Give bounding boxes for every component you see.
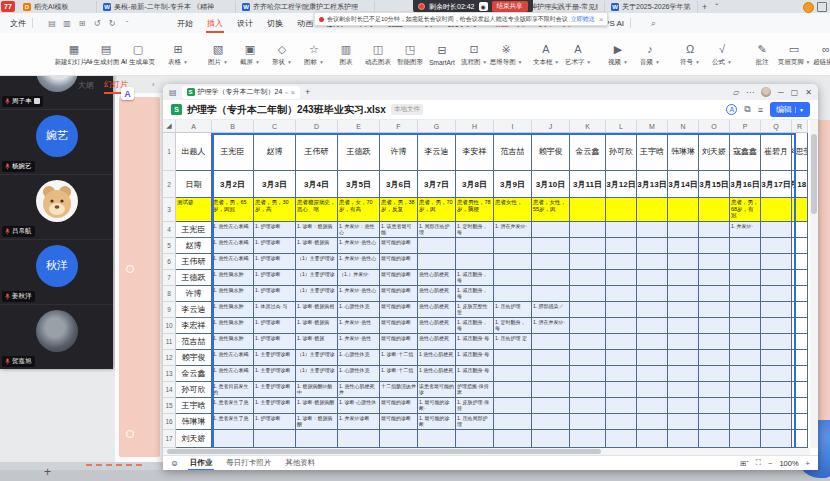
- cell-K12[interactable]: [570, 350, 606, 366]
- cell-C8[interactable]: 1. 护理诊断: [254, 286, 296, 302]
- cell-Q11[interactable]: [761, 334, 792, 350]
- participant-tile[interactable]: 秋洋姜秋洋: [0, 239, 113, 304]
- cell-P3[interactable]: 患者，男，68岁，有冠: [730, 198, 761, 222]
- cell-M2[interactable]: 3月13日: [637, 171, 668, 198]
- cell-G14[interactable]: 该患者最可能的诊: [418, 382, 456, 398]
- more-options-icon[interactable]: ⋯: [746, 88, 754, 97]
- new-tab-button[interactable]: +: [698, 1, 711, 13]
- cell-G15[interactable]: 1. 最可能的诊断·: [418, 398, 456, 414]
- v-scroll-thumb[interactable]: [811, 134, 817, 214]
- cell-L10[interactable]: [606, 318, 637, 334]
- row-header-5[interactable]: 5: [163, 238, 176, 254]
- menu-item[interactable]: 设计: [230, 15, 260, 32]
- cell-F13[interactable]: 1. 诊断·十二指: [380, 366, 418, 382]
- row-header-15[interactable]: 15: [163, 398, 176, 414]
- edit-dropdown-icon[interactable]: ▼: [795, 107, 804, 113]
- cell-R8[interactable]: [792, 286, 808, 302]
- cell-A4[interactable]: 王宪臣: [176, 222, 212, 238]
- cell-I14[interactable]: [494, 382, 532, 398]
- cell-N9[interactable]: [668, 302, 699, 318]
- open-external-icon[interactable]: ⧉: [744, 104, 750, 115]
- cell-B12[interactable]: 1. 急性左心衰竭: [212, 350, 254, 366]
- cell-F10[interactable]: 最可能的诊断: [380, 318, 418, 334]
- cell-E17[interactable]: [338, 430, 380, 448]
- cell-N7[interactable]: [668, 270, 699, 286]
- cell-D2[interactable]: 3月4日: [296, 171, 338, 198]
- participant-tile[interactable]: 贺嘉旭: [0, 304, 113, 369]
- cell-N4[interactable]: [668, 222, 699, 238]
- cell-Q9[interactable]: [761, 302, 792, 318]
- cell-B16[interactable]: 1. 患者发生了急: [212, 414, 254, 430]
- cell-A8[interactable]: 许博: [176, 286, 212, 302]
- cell-P17[interactable]: [730, 430, 761, 448]
- cell-L12[interactable]: [606, 350, 637, 366]
- ribbon-button-AI 生成封面[interactable]: ▤AI 生成封面 ▼: [93, 42, 119, 67]
- cell-F5[interactable]: 最可能的诊断: [380, 238, 418, 254]
- cell-N16[interactable]: [668, 414, 699, 430]
- cell-C6[interactable]: 1. 护理诊断: [254, 254, 296, 270]
- cell-J13[interactable]: [532, 366, 570, 382]
- cell-C13[interactable]: 1. 主要护理诊断: [254, 366, 296, 382]
- cell-E9[interactable]: 1. 心源性休克: [338, 302, 380, 318]
- zoom-out-icon[interactable]: −: [768, 459, 772, 468]
- cell-E2[interactable]: 3月5日: [338, 171, 380, 198]
- cell-A3[interactable]: 测试题: [176, 198, 212, 222]
- cell-C16[interactable]: 1. 护理诊断: [254, 414, 296, 430]
- cell-H10[interactable]: 1. 减压翻身，每: [456, 318, 494, 334]
- cell-A7[interactable]: 王德跃: [176, 270, 212, 286]
- ribbon-button-新建幻灯片[interactable]: ▦新建幻灯片 ▼: [61, 42, 87, 67]
- cell-M16[interactable]: [637, 414, 668, 430]
- cell-C15[interactable]: 1. 主要护理诊断: [254, 398, 296, 414]
- cell-P14[interactable]: [730, 382, 761, 398]
- ribbon-button-AI 生成单页[interactable]: ▢AI 生成单页: [125, 42, 151, 67]
- cell-P10[interactable]: [730, 318, 761, 334]
- cell-Q3[interactable]: [761, 198, 792, 222]
- cell-C5[interactable]: 1. 护理诊断: [254, 238, 296, 254]
- cell-N6[interactable]: [668, 254, 699, 270]
- row-header-7[interactable]: 7: [163, 270, 176, 286]
- grid-view-icon[interactable]: ⊞ˇ: [740, 459, 749, 468]
- cell-F16[interactable]: 最可能的诊断: [380, 414, 418, 430]
- cell-E14[interactable]: 1. 急性心肌梗死并: [338, 382, 380, 398]
- cell-I1[interactable]: 范吉喆: [494, 133, 532, 171]
- cell-B2[interactable]: 3月2日: [212, 171, 254, 198]
- cell-B10[interactable]: 1. 急性脑水肿: [212, 318, 254, 334]
- cell-P2[interactable]: 3月16日: [730, 171, 761, 198]
- cell-P9[interactable]: [730, 302, 761, 318]
- cell-L2[interactable]: 3月12日: [606, 171, 637, 198]
- cell-J16[interactable]: [532, 414, 570, 430]
- cell-A15[interactable]: 王宇晗: [176, 398, 212, 414]
- cell-A1[interactable]: 出题人: [176, 133, 212, 171]
- ribbon-button-形状[interactable]: ◇形状 ▼: [269, 42, 295, 67]
- cell-A5[interactable]: 赵博: [176, 238, 212, 254]
- cell-E6[interactable]: 1. 并发症·急性心: [338, 254, 380, 270]
- cell-D8[interactable]: （1）主要护理诊: [296, 286, 338, 302]
- cell-Q10[interactable]: [761, 318, 792, 334]
- cell-F8[interactable]: 最可能的诊断: [380, 286, 418, 302]
- ribbon-button-智能图形[interactable]: ◳智能图形: [397, 42, 423, 67]
- cell-O1[interactable]: 刘天娇: [699, 133, 730, 171]
- cell-K15[interactable]: [570, 398, 606, 414]
- cell-K3[interactable]: [570, 198, 606, 222]
- cell-K9[interactable]: [570, 302, 606, 318]
- cell-R7[interactable]: [792, 270, 808, 286]
- close-icon[interactable]: ✕: [805, 88, 812, 97]
- ribbon-button-视频[interactable]: ▶视频 ▼: [605, 42, 631, 67]
- cell-F6[interactable]: 最可能的诊断: [380, 254, 418, 270]
- cell-I15[interactable]: [494, 398, 532, 414]
- cell-J3[interactable]: 患者，女性，55岁，因: [532, 198, 570, 222]
- cell-I13[interactable]: [494, 366, 532, 382]
- undo-icon[interactable]: ↺: [92, 19, 102, 28]
- cell-N11[interactable]: [668, 334, 699, 350]
- cell-M11[interactable]: [637, 334, 668, 350]
- cell-Q6[interactable]: [761, 254, 792, 270]
- cell-O16[interactable]: [699, 414, 730, 430]
- cell-G6[interactable]: [418, 254, 456, 270]
- row-header-1[interactable]: 1: [163, 133, 176, 171]
- cell-K17[interactable]: [570, 430, 606, 448]
- vertical-scrollbar[interactable]: [810, 120, 818, 448]
- cell-J6[interactable]: [532, 254, 570, 270]
- cell-H14[interactable]: 护理措施·保持床: [456, 382, 494, 398]
- column-header-R[interactable]: R: [792, 120, 808, 133]
- cell-R17[interactable]: [792, 430, 808, 448]
